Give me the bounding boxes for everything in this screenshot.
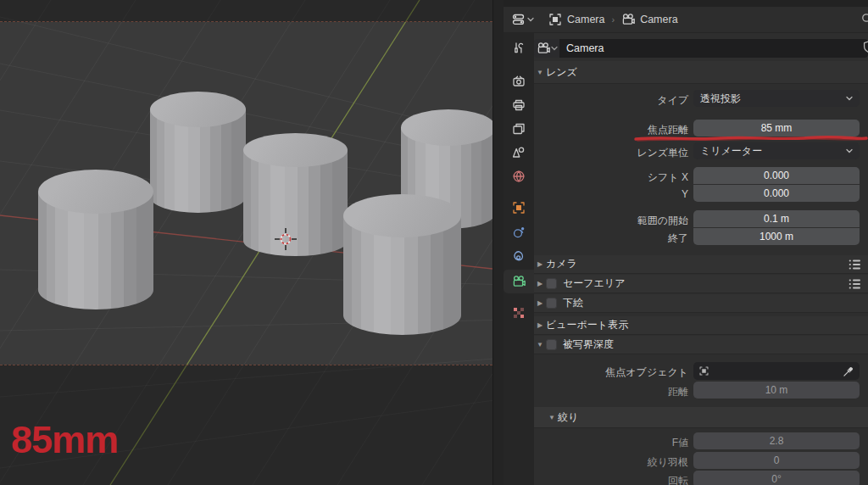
cylinder-object[interactable] [38,170,153,309]
focal-length-overlay-text: 85mm [11,421,118,459]
properties-tab-constraints[interactable] [504,245,534,269]
tool-icon [512,42,526,55]
object-icon [698,365,709,376]
chevron-down-icon [846,96,853,101]
chevron-down-icon [846,148,853,153]
world-icon [512,170,526,183]
search-icon[interactable] [860,12,868,25]
shift-y-field[interactable]: 0.000 [693,185,860,202]
focal-length-field[interactable]: 85 mm [693,120,860,137]
breadcrumb: Camera › Camera [548,13,678,26]
focus-object-field[interactable] [693,362,860,380]
cylinder-object[interactable] [343,194,461,335]
dof-checkbox[interactable] [546,339,557,350]
focus-distance-field[interactable]: 10 m [693,382,860,399]
panel-header-camera[interactable]: ▶ カメラ [534,255,868,274]
properties-tab-texture[interactable] [504,301,534,325]
cylinder-object[interactable] [150,92,246,213]
properties-tab-world[interactable] [504,164,534,188]
texture-icon [512,306,526,320]
properties-tab-physics[interactable] [504,220,534,244]
properties-editor: Camera › Camera Camera ▼ レンズ タイプ [504,0,868,485]
panel-header-safe-area[interactable]: ▶ セーフエリア [534,275,868,293]
label-distance: 距離 [534,385,688,399]
properties-sliders-icon [512,13,526,26]
fstop-field[interactable]: 2.8 [693,432,860,449]
properties-tab-view-layer[interactable] [504,117,534,141]
shift-x-field[interactable]: 0.000 [693,167,860,184]
label-fstop: F値 [534,436,688,450]
rotation-field[interactable]: 0° [693,471,860,485]
properties-tab-tool[interactable] [504,36,534,60]
render-icon [512,75,526,88]
label-shift-x: シフト X [534,170,688,185]
view-layer-icon [512,122,526,136]
object-icon [512,201,526,215]
camera-frame-border-bottom [0,365,492,365]
camera-data-icon [512,275,526,288]
label-rotation: 回転 [534,474,688,485]
label-focal-length: 焦点距離 [534,123,688,137]
panel-header-background-image[interactable]: ▶ 下絵 [534,294,868,313]
label-blades: 絞り羽根 [534,455,688,470]
output-icon [512,98,526,112]
label-lens-unit: レンズ単位 [534,146,688,160]
properties-tab-object[interactable] [504,196,534,220]
editor-divider[interactable] [492,0,504,485]
panel-header-dof[interactable]: ▼ 被写界深度 [534,336,868,354]
preset-menu-icon[interactable] [849,278,861,289]
breadcrumb-data[interactable]: Camera [640,14,677,25]
label-type: タイプ [534,93,688,108]
properties-tab-strip [504,32,534,485]
3d-viewport[interactable]: 85mm [0,0,492,485]
label-clip-start: 範囲の開始 [534,214,688,228]
properties-main: ▼ レンズ タイプ 透視投影 焦点距離 85 mm レンズ単位 ミリメーター シ… [534,32,868,485]
editor-type-button[interactable] [509,11,537,28]
eyedropper-icon[interactable] [843,365,854,377]
lens-unit-dropdown[interactable]: ミリメーター [693,142,860,159]
blades-field[interactable]: 0 [693,452,860,469]
scene-icon [512,146,526,159]
physics-icon [512,226,526,239]
breadcrumb-separator: › [611,14,615,25]
panel-header-viewport-display[interactable]: ▶ ビューポート表示 [534,316,868,335]
preset-menu-icon[interactable] [849,259,861,270]
subpanel-header-aperture[interactable]: ▼ 絞り [534,407,868,428]
object-icon [548,13,562,26]
label-clip-end: 終了 [534,231,688,246]
breadcrumb-object[interactable]: Camera [567,14,604,25]
3d-cursor [274,227,298,251]
properties-tab-output[interactable] [504,93,534,117]
label-shift-y: Y [534,188,688,200]
lens-type-dropdown[interactable]: 透視投影 [693,90,860,107]
properties-tab-scene[interactable] [504,141,534,164]
clip-start-field[interactable]: 0.1 m [693,210,860,227]
clip-end-field[interactable]: 1000 m [693,228,860,245]
label-focus-object: 焦点オブジェクト [534,365,688,380]
editor-top-strip [504,0,868,7]
camera-frame-border-top [0,21,492,22]
chevron-down-icon [527,17,534,22]
camera-passepartout-top [0,0,492,22]
blender-window: 85mm Camera › Camera Came [0,0,868,485]
properties-tab-render[interactable] [504,70,534,93]
properties-tab-camera-data[interactable] [504,270,534,293]
safe-area-checkbox[interactable] [546,278,557,289]
properties-header: Camera › Camera [504,7,868,33]
panel-title-lens: レンズ [546,65,577,80]
panel-header-lens[interactable]: ▼ レンズ [534,61,868,84]
camera-data-icon [621,13,635,26]
background-image-checkbox[interactable] [546,298,557,309]
constraints-icon [512,250,526,264]
